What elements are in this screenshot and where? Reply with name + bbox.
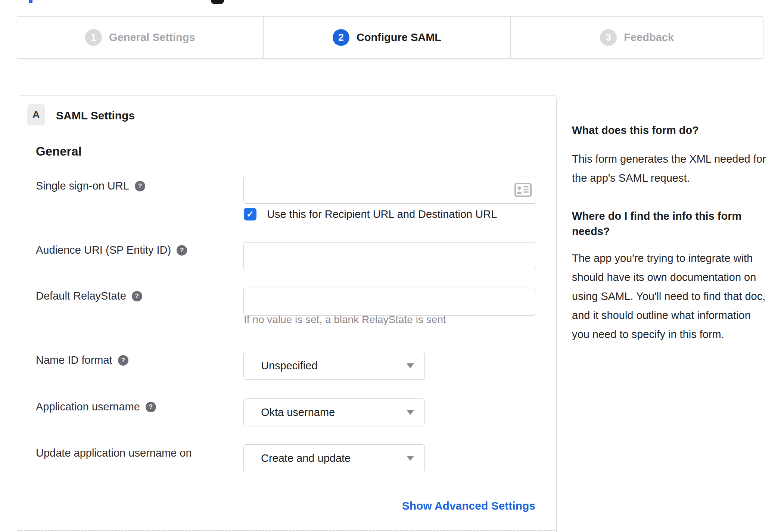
help-icon[interactable]: ? bbox=[132, 291, 142, 301]
step-feedback[interactable]: 3 Feedback bbox=[510, 17, 763, 58]
cutoff-blue-artifact bbox=[29, 0, 32, 3]
relaystate-label-row: Default RelayState ? bbox=[36, 290, 142, 302]
name-id-format-value: Unspecified bbox=[261, 360, 318, 372]
sidebar-question-2-title: Where do I find the info this form needs… bbox=[572, 209, 771, 239]
name-id-format-label: Name ID format bbox=[36, 354, 112, 366]
configure-saml-page: 1 General Settings 2 Configure SAML 3 Fe… bbox=[0, 0, 781, 532]
help-icon[interactable]: ? bbox=[135, 181, 145, 191]
saml-settings-panel: A SAML Settings General Single sign-on U… bbox=[17, 95, 557, 532]
help-sidebar: What does this form do? This form genera… bbox=[572, 123, 771, 344]
step-3-circle: 3 bbox=[600, 29, 617, 46]
recipient-checkbox-row: ✓ Use this for Recipient URL and Destina… bbox=[244, 208, 497, 220]
step-2-circle: 2 bbox=[333, 29, 349, 46]
update-username-select[interactable]: Create and update bbox=[243, 444, 425, 472]
sidebar-question-1-title: What does this form do? bbox=[572, 123, 771, 138]
recipient-checkbox[interactable]: ✓ bbox=[244, 208, 256, 220]
app-username-label-row: Application username ? bbox=[36, 401, 156, 413]
audience-uri-label-row: Audience URI (SP Entity ID) ? bbox=[36, 244, 187, 256]
update-username-value: Create and update bbox=[261, 452, 351, 464]
step-3-label: Feedback bbox=[624, 31, 674, 44]
step-1-label: General Settings bbox=[109, 31, 195, 44]
step-1-circle: 1 bbox=[85, 29, 102, 46]
chevron-down-icon bbox=[407, 456, 414, 461]
section-a-badge: A bbox=[27, 104, 45, 125]
help-icon[interactable]: ? bbox=[177, 245, 187, 256]
update-username-label: Update application username on bbox=[36, 447, 192, 459]
sidebar-question-2-body: The app you're trying to integrate with … bbox=[572, 249, 771, 344]
step-configure-saml[interactable]: 2 Configure SAML bbox=[263, 17, 511, 58]
panel-title: SAML Settings bbox=[56, 109, 135, 122]
name-id-format-label-row: Name ID format ? bbox=[36, 354, 128, 366]
section-dashed-divider bbox=[18, 530, 556, 531]
relaystate-hint: If no value is set, a blank RelayState i… bbox=[244, 314, 446, 326]
relaystate-label: Default RelayState bbox=[36, 290, 126, 302]
sso-url-label: Single sign-on URL bbox=[36, 180, 129, 192]
audience-uri-label: Audience URI (SP Entity ID) bbox=[36, 244, 171, 256]
cutoff-black-artifact bbox=[211, 0, 224, 4]
chevron-down-icon bbox=[407, 410, 414, 415]
chevron-down-icon bbox=[407, 363, 414, 368]
name-id-format-select[interactable]: Unspecified bbox=[243, 352, 425, 380]
app-username-label: Application username bbox=[36, 401, 140, 413]
general-section-title: General bbox=[36, 144, 82, 159]
relaystate-input[interactable] bbox=[243, 288, 536, 316]
sso-url-input[interactable] bbox=[243, 176, 536, 204]
help-icon[interactable]: ? bbox=[146, 402, 156, 412]
recipient-checkbox-label: Use this for Recipient URL and Destinati… bbox=[267, 208, 497, 220]
sso-url-input-wrap bbox=[243, 176, 536, 204]
step-2-label: Configure SAML bbox=[357, 31, 441, 44]
sso-url-label-row: Single sign-on URL ? bbox=[36, 180, 145, 192]
show-advanced-settings-link[interactable]: Show Advanced Settings bbox=[402, 500, 535, 512]
update-username-label-row: Update application username on bbox=[36, 447, 192, 459]
help-icon[interactable]: ? bbox=[118, 355, 128, 366]
app-username-value: Okta username bbox=[261, 406, 335, 419]
wizard-stepper: 1 General Settings 2 Configure SAML 3 Fe… bbox=[17, 16, 763, 59]
step-general-settings[interactable]: 1 General Settings bbox=[17, 17, 263, 58]
app-username-select[interactable]: Okta username bbox=[243, 398, 425, 426]
audience-uri-input[interactable] bbox=[243, 242, 536, 270]
sidebar-question-1-body: This form generates the XML needed for t… bbox=[572, 150, 771, 188]
